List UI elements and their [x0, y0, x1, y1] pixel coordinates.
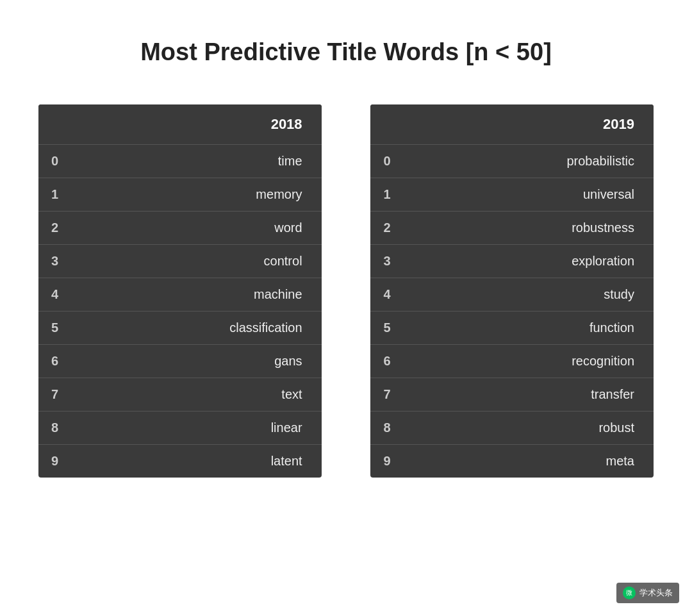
table-year-2018: 2018 — [271, 116, 302, 132]
row-word: gans — [77, 354, 309, 369]
table-row: 2word — [38, 211, 322, 244]
table-row: 3control — [38, 244, 322, 278]
row-index: 6 — [383, 354, 409, 369]
row-index: 1 — [383, 187, 409, 202]
table-row: 5function — [370, 311, 654, 344]
row-word: classification — [77, 320, 309, 335]
row-word: memory — [77, 187, 309, 202]
row-index: 0 — [383, 154, 409, 169]
row-word: text — [77, 387, 309, 402]
row-word: control — [77, 254, 309, 269]
table-row: 3exploration — [370, 244, 654, 278]
watermark-text: 学术头条 — [639, 587, 673, 599]
table-row: 4machine — [38, 278, 322, 311]
table-header-2019: 2019 — [370, 104, 654, 144]
tables-container: 20180time1memory2word3control4machine5cl… — [38, 104, 654, 478]
row-word: linear — [77, 420, 309, 435]
row-word: recognition — [409, 354, 641, 369]
table-row: 7text — [38, 378, 322, 411]
row-word: study — [409, 287, 641, 302]
table-2019: 20190probabilistic1universal2robustness3… — [370, 104, 654, 478]
row-index: 9 — [383, 454, 409, 469]
row-word: word — [77, 221, 309, 235]
row-word: transfer — [409, 387, 641, 402]
table-row: 9meta — [370, 444, 654, 478]
row-word: machine — [77, 287, 309, 302]
row-index: 3 — [51, 254, 77, 269]
table-row: 8linear — [38, 411, 322, 444]
row-index: 5 — [51, 320, 77, 335]
row-index: 8 — [51, 420, 77, 435]
row-word: universal — [409, 187, 641, 202]
row-word: time — [77, 154, 309, 169]
row-word: meta — [409, 454, 641, 469]
row-index: 0 — [51, 154, 77, 169]
watermark: 微 学术头条 — [616, 583, 679, 603]
row-index: 7 — [51, 387, 77, 402]
row-index: 8 — [383, 420, 409, 435]
row-word: probabilistic — [409, 154, 641, 169]
table-header-2018: 2018 — [38, 104, 322, 144]
table-row: 2robustness — [370, 211, 654, 244]
row-word: function — [409, 320, 641, 335]
table-row: 0probabilistic — [370, 144, 654, 178]
table-row: 1universal — [370, 178, 654, 211]
row-index: 4 — [51, 287, 77, 302]
row-word: robustness — [409, 221, 641, 235]
table-row: 0time — [38, 144, 322, 178]
row-index: 1 — [51, 187, 77, 202]
page-title: Most Predictive Title Words [n < 50] — [140, 38, 552, 66]
table-row: 6recognition — [370, 344, 654, 378]
table-row: 1memory — [38, 178, 322, 211]
row-index: 3 — [383, 254, 409, 269]
row-word: exploration — [409, 254, 641, 269]
row-index: 2 — [51, 221, 77, 235]
row-word: robust — [409, 420, 641, 435]
table-row: 8robust — [370, 411, 654, 444]
table-2018: 20180time1memory2word3control4machine5cl… — [38, 104, 322, 478]
row-word: latent — [77, 454, 309, 469]
row-index: 9 — [51, 454, 77, 469]
row-index: 5 — [383, 320, 409, 335]
table-year-2019: 2019 — [603, 116, 634, 132]
row-index: 7 — [383, 387, 409, 402]
table-row: 6gans — [38, 344, 322, 378]
table-row: 5classification — [38, 311, 322, 344]
wechat-icon: 微 — [623, 587, 636, 599]
table-row: 7transfer — [370, 378, 654, 411]
table-row: 9latent — [38, 444, 322, 478]
table-row: 4study — [370, 278, 654, 311]
row-index: 4 — [383, 287, 409, 302]
row-index: 6 — [51, 354, 77, 369]
row-index: 2 — [383, 221, 409, 235]
